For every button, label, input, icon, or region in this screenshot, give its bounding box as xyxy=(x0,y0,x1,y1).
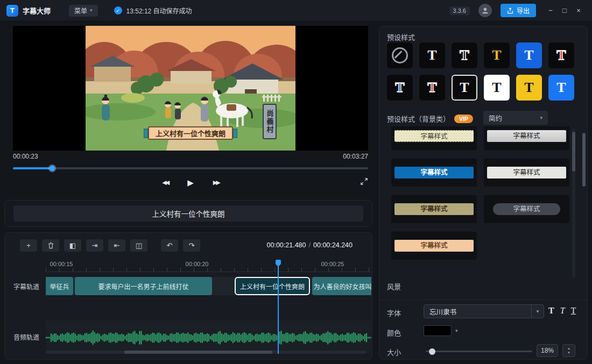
chevron-down-icon: ▾ xyxy=(540,116,542,120)
style-letter: T xyxy=(524,81,533,95)
timeline-timecode: 00:00:21.480/00:00:24.240 xyxy=(267,241,353,249)
trim-right-button[interactable]: ⇤ xyxy=(108,239,125,252)
export-icon xyxy=(507,8,513,14)
seek-bar[interactable] xyxy=(13,167,368,169)
subtitle-text-field[interactable]: 上义村有一位个性爽朗 xyxy=(13,205,363,222)
subtitle-clip[interactable]: 要求每户出一名男子上前线打仗 xyxy=(75,277,212,295)
avatar[interactable] xyxy=(478,4,492,17)
style-panel: 预设样式 T T T T T T T T T T T 预设样式（背景类） VIP… xyxy=(379,26,588,360)
bg-style-card[interactable]: 字幕样式 xyxy=(391,126,477,150)
trim-left-icon: ⇥ xyxy=(92,241,98,249)
audio-waveform xyxy=(46,320,371,353)
trash-icon xyxy=(47,242,54,249)
preset-tile[interactable]: T xyxy=(484,42,510,68)
close-button[interactable]: × xyxy=(572,4,586,18)
play-button[interactable]: ▶ xyxy=(187,179,194,187)
current-time: 00:00:23 xyxy=(13,153,38,160)
preset-tile[interactable]: T xyxy=(419,75,445,101)
redo-button[interactable]: ↷ xyxy=(183,239,200,252)
video-preview[interactable]: 尚義村 上义村有一位个性爽朗 xyxy=(13,26,368,151)
vip-badge: VIP xyxy=(454,115,473,123)
playhead[interactable] xyxy=(278,260,279,354)
style-list-scrollbar[interactable] xyxy=(572,129,575,278)
style-preview-bar: 字幕样式 xyxy=(493,203,560,215)
size-stepper[interactable]: ▴ ▾ xyxy=(562,344,575,357)
style-letter: T xyxy=(524,48,533,62)
preset-style-grid: T T T T T T T T T T T xyxy=(387,42,574,101)
preset-tile[interactable]: T xyxy=(452,42,477,68)
undo-icon: ↶ xyxy=(167,241,173,249)
font-color-picker[interactable]: ▾ xyxy=(424,325,458,336)
preset-tile[interactable]: T xyxy=(516,75,542,101)
trim-left-button[interactable]: ⇥ xyxy=(86,239,103,252)
color-swatch[interactable] xyxy=(424,325,452,336)
preset-tile[interactable]: T xyxy=(516,42,542,68)
rewind-button[interactable]: ◀◀ xyxy=(162,180,168,185)
style-list-scrollbar-thumb[interactable] xyxy=(572,132,575,172)
preset-tile[interactable]: T xyxy=(452,75,477,101)
style-preview-bar: 字幕样式 xyxy=(394,240,474,252)
subtitle-clip[interactable]: 为人善良的好女孩叫 xyxy=(312,277,371,295)
size-label: 大小 xyxy=(387,347,401,357)
subtitle-track-lane: 举征兵 要求每户出一名男子上前线打仗 上义村有一位个性爽朗 为人善良的好女孩叫 xyxy=(46,277,371,295)
size-slider[interactable] xyxy=(426,351,532,352)
style-preview-bar: 字幕样式 xyxy=(487,167,566,179)
export-button[interactable]: 导出 xyxy=(501,4,536,17)
stepper-down-icon[interactable]: ▾ xyxy=(568,351,570,355)
player-time-row: 00:00:23 00:03:27 xyxy=(13,153,368,160)
timecode-total: 00:00:24.240 xyxy=(313,241,353,249)
menu-label: 菜单 xyxy=(74,6,87,15)
panel-scrollbar-thumb[interactable] xyxy=(582,133,586,187)
preset-tile[interactable] xyxy=(387,42,413,68)
subtitle-clip[interactable]: 举征兵 xyxy=(46,277,73,295)
preset-tile[interactable]: T xyxy=(484,75,510,101)
audio-track-label: 音频轨道 xyxy=(13,320,39,353)
bg-style-card[interactable]: 字幕样式 xyxy=(391,159,477,187)
preset-tile[interactable]: T xyxy=(548,75,574,101)
split-icon: ◧ xyxy=(69,241,76,249)
timeline-ruler[interactable]: 00:00:15 00:00:20 00:00:25 xyxy=(46,260,371,272)
progress-handle[interactable] xyxy=(50,166,55,172)
stepper-up-icon[interactable]: ▴ xyxy=(568,346,570,351)
fullscreen-button[interactable] xyxy=(360,177,368,187)
forward-button[interactable]: ▶▶ xyxy=(213,180,219,185)
menu-button[interactable]: 菜单 ▾ xyxy=(69,5,98,17)
bg-style-card[interactable]: 字幕样式 xyxy=(391,232,477,260)
bg-style-card[interactable]: 字幕样式 xyxy=(484,195,569,223)
subtitle-track: 字幕轨道 举征兵 要求每户出一名男子上前线打仗 上义村有一位个性爽朗 为人善良的… xyxy=(5,277,372,295)
autosave-status: 13:52:12 自动保存成功 xyxy=(126,6,192,15)
check-glyph: ✓ xyxy=(116,8,120,13)
bg-style-card[interactable]: 字幕样式 xyxy=(484,159,569,187)
style-preview-bar: 字幕样式 xyxy=(487,130,566,142)
bg-style-list: 字幕样式 字幕样式 字幕样式 字幕样式 字幕样式 字幕样式 字幕样式 xyxy=(391,126,570,280)
redo-icon: ↷ xyxy=(189,241,195,249)
add-subtitle-button[interactable]: + xyxy=(20,239,37,252)
minimize-button[interactable]: − xyxy=(544,4,558,18)
preset-styles-title: 预设样式 xyxy=(387,32,415,42)
preset-tile[interactable]: T xyxy=(387,75,413,101)
font-dropdown[interactable]: 忘川隶书 ▾ xyxy=(424,304,544,318)
size-slider-handle[interactable] xyxy=(429,348,435,355)
merge-button[interactable]: ◫ xyxy=(130,239,147,252)
subtitle-clip-selected[interactable]: 上义村有一位个性爽朗 xyxy=(235,277,310,295)
subtitle-editor-panel: 上义村有一位个性爽朗 xyxy=(4,200,372,227)
timeline-scrollbar[interactable] xyxy=(46,351,367,354)
font-bold-toggle[interactable]: T xyxy=(548,305,554,317)
style-category-dropdown[interactable]: 简约 ▾ xyxy=(483,111,548,125)
preset-tile[interactable]: T xyxy=(419,42,445,68)
ruler-label: 00:00:20 xyxy=(186,261,209,267)
font-italic-toggle[interactable]: T xyxy=(560,305,565,317)
maximize-button[interactable]: □ xyxy=(558,4,572,18)
preset-tile[interactable]: T xyxy=(548,42,574,68)
timeline-scrollbar-thumb[interactable] xyxy=(124,351,272,354)
split-button[interactable]: ◧ xyxy=(64,239,81,252)
chevron-down-icon: ▾ xyxy=(455,329,458,333)
bg-style-card[interactable]: 字幕样式 xyxy=(484,126,569,150)
undo-button[interactable]: ↶ xyxy=(161,239,178,252)
font-underline-toggle[interactable]: T xyxy=(571,305,576,317)
bg-style-card[interactable]: 字幕样式 xyxy=(391,195,477,223)
style-letter: T xyxy=(460,81,469,95)
style-letter: T xyxy=(556,81,566,95)
style-letter: T xyxy=(427,48,436,62)
delete-button[interactable] xyxy=(42,239,59,252)
